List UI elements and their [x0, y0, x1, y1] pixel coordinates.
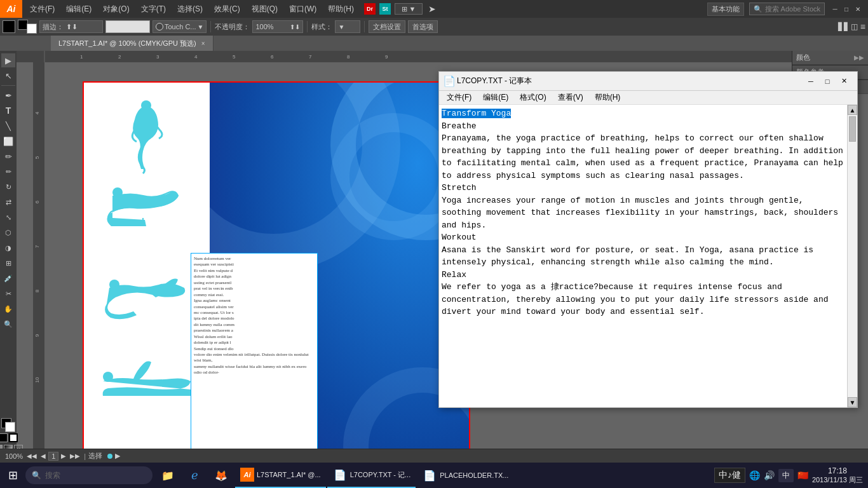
tool-gradient[interactable]: ◑ [1, 241, 15, 255]
active-document-tab[interactable]: L7START_1.AI* @ 100% (CMYK/GPU 预选) × [51, 36, 214, 51]
menu-file[interactable]: 文件(F) [25, 0, 60, 18]
language-indicator[interactable]: 中 [778, 469, 794, 482]
taskbar-notepad2[interactable]: 📄 PLACEHOLDER.TX... [417, 463, 513, 488]
scrollbar-thumb[interactable] [849, 116, 856, 142]
basic-function-btn[interactable]: 基本功能 [707, 3, 744, 16]
tool-scissors[interactable]: ✂ [1, 287, 15, 301]
background-swatch[interactable] [5, 422, 15, 432]
taskbar-search-box[interactable]: 🔍 搜索 [25, 466, 153, 484]
nav-prev-btn[interactable]: ◀ [39, 452, 47, 459]
ime-status-area[interactable]: 中♪健 [714, 468, 745, 483]
ai-restore-btn[interactable]: □ [841, 4, 851, 14]
color-fg-bg-swatches[interactable] [1, 418, 15, 432]
menu-expand-icon[interactable]: ≡ [860, 22, 865, 32]
notepad-scrollbar[interactable]: ▲ ▼ [847, 105, 857, 407]
style-dropdown-icon: ▼ [338, 24, 344, 30]
grid-icon-btn[interactable]: ⊞ ▼ [395, 3, 423, 15]
menu-effect[interactable]: 效果(C) [209, 0, 245, 18]
color-panel-label: 颜色 [796, 53, 810, 62]
nav-first-btn[interactable]: ◀◀ [25, 452, 38, 459]
notepad-menu-format[interactable]: 格式(O) [515, 91, 551, 104]
menu-edit[interactable]: 编辑(E) [61, 0, 97, 18]
menu-select[interactable]: 选择(S) [172, 0, 208, 18]
notepad-menu-view[interactable]: 查看(V) [553, 91, 588, 104]
network-tray-icon[interactable]: 🌐 [749, 470, 760, 480]
tool-scale[interactable]: ⤡ [1, 210, 15, 224]
tool-rect[interactable]: ⬜ [1, 134, 15, 148]
notepad-restore-btn[interactable]: □ [819, 75, 836, 88]
artboard-text-content: Num doloreetum veresequam ver suscipisti… [194, 256, 315, 376]
notepad-menu-help[interactable]: 帮助(H) [590, 91, 626, 104]
taskbar-search-icon: 🔍 [32, 471, 41, 480]
opacity-label: 不透明度： [215, 22, 250, 32]
nav-last-btn[interactable]: ▶▶ [69, 452, 81, 459]
tool-line[interactable]: ╲ [1, 119, 15, 133]
tool-hand[interactable]: ✋ [1, 302, 15, 316]
scrollbar-down-btn[interactable]: ▼ [848, 397, 857, 407]
notepad-text-area[interactable]: Transform YogaBreathePranayama, the yoga… [439, 105, 847, 407]
style-selector[interactable]: ▼ [335, 20, 360, 33]
menu-view[interactable]: 视图(Q) [247, 0, 283, 18]
arrow-icon: ➤ [426, 3, 438, 15]
yoga-figure-1 [108, 100, 184, 179]
cn-input-icon[interactable]: 🇨🇳 [797, 470, 808, 480]
taskbar-firefox[interactable]: 🦊 [208, 463, 234, 488]
file-explorer-icon: 📁 [160, 468, 175, 483]
color-panel-header[interactable]: 颜色 ▶▶ [792, 51, 868, 65]
tool-rotate[interactable]: ↻ [1, 180, 15, 194]
color-mode-btn[interactable] [18, 20, 37, 34]
color-swatch-black[interactable] [3, 20, 15, 33]
tool-type[interactable]: T [1, 104, 15, 118]
ai-menu-items: 文件(F) 编辑(E) 对象(O) 文字(T) 选择(S) 效果(C) 视图(Q… [22, 0, 359, 18]
tool-mesh[interactable]: ⊞ [1, 256, 15, 270]
menu-help[interactable]: 帮助(H) [323, 0, 359, 18]
ruler-left-svg: 4 5 6 7 8 9 10 [33, 62, 44, 469]
taskbar-date-display: 2013/11/13 周三 [812, 475, 863, 485]
artboard-text-box[interactable]: Num doloreetum veresequam ver suscipisti… [191, 253, 318, 469]
svg-rect-0 [17, 51, 868, 62]
tab-close-btn[interactable]: × [201, 40, 205, 47]
color-panel-expand[interactable]: ▶▶ [854, 54, 864, 61]
tool-zoom[interactable]: 🔍 [1, 317, 15, 331]
menu-text[interactable]: 文字(T) [136, 0, 171, 18]
tool-direct-select[interactable]: ↖ [1, 69, 15, 83]
ai-minimize-btn[interactable]: ─ [830, 4, 840, 14]
volume-tray-icon[interactable]: 🔊 [764, 470, 775, 480]
stroke-swatch[interactable] [9, 433, 18, 442]
tool-paintbrush[interactable]: ✏ [1, 149, 15, 163]
nav-next-btn[interactable]: ▶ [60, 452, 67, 459]
page-number[interactable]: 1 [48, 452, 58, 461]
menu-window[interactable]: 窗口(W) [284, 0, 322, 18]
tab-label: L7START_1.AI* @ 100% (CMYK/GPU 预选) [58, 39, 196, 48]
taskbar-illustrator[interactable]: Ai L7START_1.AI* @... [235, 463, 326, 488]
menu-object[interactable]: 对象(O) [98, 0, 134, 18]
notepad-menu-file[interactable]: 文件(F) [442, 91, 477, 104]
tool-pencil[interactable]: ✏ [1, 165, 15, 179]
preferences-btn[interactable]: 首选项 [408, 20, 438, 33]
opacity-control[interactable]: 100% ⬆⬇ [252, 20, 303, 33]
status-expand-icon[interactable]: ▶ [115, 452, 120, 460]
notepad2-taskbar-icon: 📄 [422, 468, 437, 483]
stroke-selector[interactable]: 描边： ⬆⬇ [39, 20, 103, 33]
start-button[interactable]: ⊞ [0, 463, 25, 488]
taskbar-clock[interactable]: 17:18 2013/11/13 周三 [812, 466, 863, 485]
scrollbar-up-btn[interactable]: ▲ [848, 105, 857, 115]
notepad-menu-edit[interactable]: 编辑(E) [478, 91, 513, 104]
svg-text:5: 5 [34, 156, 40, 159]
notepad-minimize-btn[interactable]: ─ [803, 75, 819, 88]
tool-pen[interactable]: ✒ [1, 88, 15, 102]
taskbar-notepad[interactable]: 📄 L7COPY.TXT - 记... [327, 463, 416, 488]
tool-select[interactable]: ▶ [1, 53, 15, 67]
notepad-close-btn[interactable]: ✕ [836, 75, 852, 88]
ruler-left: 4 5 6 7 8 9 10 [33, 62, 44, 469]
status-indicator-dot [107, 454, 112, 459]
touch-selector[interactable]: Touch C... ▼ [153, 20, 207, 33]
ai-close-btn[interactable]: ✕ [853, 4, 863, 14]
doc-settings-btn[interactable]: 文档设置 [369, 20, 405, 33]
tool-blend[interactable]: ⬡ [1, 226, 15, 240]
taskbar-file-explorer[interactable]: 📁 [155, 463, 180, 488]
fill-swatch[interactable] [0, 433, 8, 442]
taskbar-edge[interactable]: ℯ [182, 463, 207, 488]
tool-reflect[interactable]: ⇄ [1, 195, 15, 209]
tool-eyedropper[interactable]: 💉 [1, 271, 15, 285]
